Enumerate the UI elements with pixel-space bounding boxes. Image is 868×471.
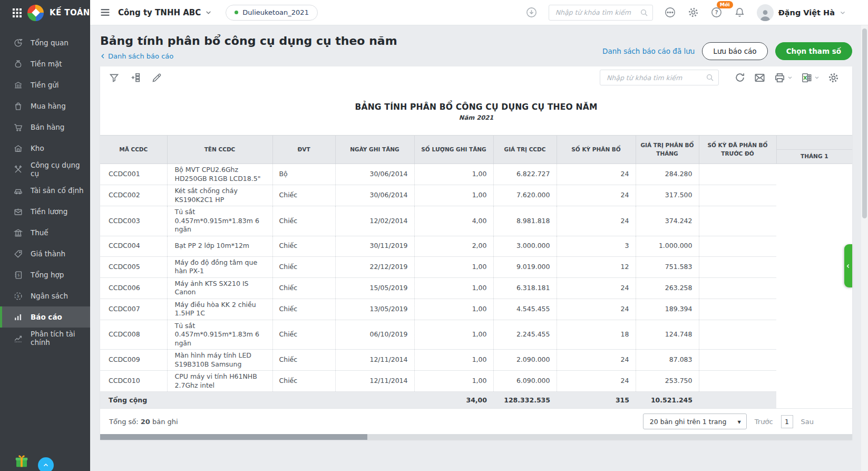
cell-unit: Chiếc [272, 236, 335, 256]
report-subtitle: Năm 2021 [100, 114, 852, 121]
sidebar-item-kho[interactable]: Kho [0, 138, 90, 159]
print-icon[interactable] [774, 72, 793, 84]
table-search-input[interactable] [607, 74, 706, 82]
chevron-down-icon[interactable] [787, 75, 793, 80]
sidebar-item-phan-tich-tai-chinh[interactable]: Phân tích tài chính [0, 328, 90, 349]
brand-name: KẾ TOÁN [50, 8, 90, 17]
sidebar-item-tong-hop[interactable]: $ Tổng hợp [0, 264, 90, 285]
report-table: MÃ CCDC TÊN CCDC ĐVT NGÀY GHI TĂNG SỐ LƯ… [100, 135, 852, 408]
chevron-down-icon[interactable] [814, 75, 820, 80]
fixed-asset-icon [13, 185, 23, 196]
sidebar-item-ban-hang[interactable]: Bán hàng [0, 117, 90, 138]
sidebar-item-cong-cu-dung-cu[interactable]: Công cụ dụng cụ [0, 159, 90, 180]
page-size-select[interactable]: 20 bản ghi trên 1 trang ▾ [643, 414, 747, 429]
sidebar-item-tien-mat[interactable]: Tiền mặt [0, 53, 90, 74]
sidebar-item-tai-san-co-dinh[interactable]: Tài sản cố định [0, 180, 90, 201]
table-row: CCDC005 Máy đo độ đồng tâm que hàn PX-1 … [100, 256, 852, 277]
sidebar-item-label: Ngân sách [31, 292, 68, 300]
table-row: CCDC010 CPU máy vi tính H61NHB 2.7Ghz in… [100, 371, 852, 392]
cell-name: Máy ảnh KTS SX210 IS Canon [167, 277, 272, 299]
table-row: CCDC003 Tủ sắt 0.457m*0.915m*1.83m 6 ngă… [100, 206, 852, 236]
table-footer: Tổng cộng 34,00 128.332.535 315 10.521.2… [100, 392, 852, 409]
bell-icon[interactable] [734, 6, 746, 18]
cell-monthly: 751.583 [636, 256, 699, 277]
save-report-button[interactable]: Lưu báo cáo [702, 42, 767, 60]
cell-code: CCDC003 [100, 206, 167, 236]
cell-month1 [699, 256, 776, 277]
horizontal-scrollbar[interactable] [100, 434, 852, 440]
email-icon[interactable] [754, 72, 766, 84]
table-body: CCDC001 Bộ MVT CPU2.6Ghz HD250GB R1GB LC… [100, 164, 852, 392]
edit-icon[interactable] [151, 72, 162, 83]
prev-page-button[interactable]: Trước [755, 418, 773, 426]
gift-icon[interactable] [14, 453, 30, 469]
warehouse-icon [13, 143, 23, 153]
sidebar-item-bao-cao[interactable]: Báo cáo [0, 306, 90, 328]
sidebar-item-gia-thanh[interactable]: Giá thành [0, 243, 90, 264]
collapse-sidebar-button[interactable] [38, 457, 54, 471]
svg-text:$: $ [16, 294, 19, 299]
cell-periods: 24 [557, 185, 636, 206]
app-logo-icon[interactable] [27, 5, 44, 21]
cell-monthly: 284.280 [636, 164, 699, 185]
table-header: MÃ CCDC TÊN CCDC ĐVT NGÀY GHI TĂNG SỐ LƯ… [100, 136, 852, 164]
search-icon[interactable] [706, 73, 714, 82]
cell-unit: Chiếc [272, 277, 335, 299]
cell-value: 6.090.000 [493, 371, 557, 392]
hamburger-icon[interactable] [96, 4, 114, 21]
chevron-down-icon [205, 9, 212, 16]
sidebar-item-thue[interactable]: Thuế [0, 222, 90, 243]
more-icon[interactable] [664, 6, 676, 18]
cost-icon [13, 248, 23, 259]
filter-icon[interactable] [109, 72, 120, 83]
gear-icon[interactable] [687, 6, 699, 18]
table-row: CCDC009 Màn hình máy tính LED S19B310B S… [100, 350, 852, 371]
cell-date: 30/11/2019 [335, 236, 414, 256]
sidebar-item-label: Giá thành [31, 249, 65, 258]
page-head: Bảng tính phân bổ công cụ dụng cụ theo n… [90, 25, 868, 60]
sidebar-item-tong-quan[interactable]: Tổng quan [0, 32, 90, 53]
user-menu[interactable]: Đặng Việt Hà [757, 4, 846, 21]
search-icon[interactable] [640, 8, 648, 17]
breadcrumb-back-link[interactable]: Danh sách báo cáo [100, 52, 397, 60]
refresh-icon[interactable] [734, 72, 746, 83]
company-selector[interactable]: Công ty TNHH ABC [118, 8, 212, 17]
vertical-scrollbar[interactable] [861, 25, 868, 471]
cell-value: 9.019.000 [493, 256, 557, 277]
settings-icon[interactable] [827, 72, 840, 84]
database-selector[interactable]: Dulieuketoan_2021 [226, 5, 318, 21]
table-row: CCDC008 Tủ sắt 0.457m*0.915m*1.83m 6 ngă… [100, 320, 852, 350]
cash-icon [13, 59, 23, 69]
sidebar-item-label: Tiền lương [31, 207, 67, 216]
horizontal-scrollbar-thumb[interactable] [100, 434, 367, 440]
cell-code: CCDC007 [100, 299, 167, 320]
add-template-icon[interactable] [130, 72, 141, 83]
cell-code: CCDC008 [100, 320, 167, 350]
choose-params-button[interactable]: Chọn tham số [775, 42, 852, 60]
caret-down-icon: ▾ [738, 418, 741, 426]
sidebar-item-tien-gui[interactable]: Tiền gửi [0, 74, 90, 95]
sidebar-item-mua-hang[interactable]: Mua hàng [0, 95, 90, 117]
global-search-input[interactable] [555, 8, 640, 16]
expand-panel-tab[interactable] [844, 244, 852, 287]
sidebar-item-ngan-sach[interactable]: $ Ngân sách [0, 285, 90, 306]
col-header-ngay-ghi-tang: NGÀY GHI TĂNG [335, 136, 414, 164]
cell-date: 30/06/2014 [335, 185, 414, 206]
cell-monthly: 253.750 [636, 371, 699, 392]
page-number-input[interactable] [781, 415, 793, 428]
cell-name: CPU máy vi tính H61NHB 2.7Ghz intel [167, 371, 272, 392]
help-icon[interactable]: ? Mới [710, 6, 723, 18]
cell-qty: 1,00 [414, 320, 493, 350]
next-page-button[interactable]: Sau [801, 418, 814, 426]
tax-icon [13, 227, 23, 238]
sidebar-item-tien-luong[interactable]: $ Tiền lương [0, 201, 90, 222]
excel-export-icon[interactable]: X [801, 72, 820, 84]
vertical-scrollbar-thumb[interactable] [862, 28, 867, 218]
cell-unit: Chiếc [272, 371, 335, 392]
apps-grid-icon[interactable] [13, 8, 22, 17]
download-icon[interactable] [525, 6, 538, 18]
sales-icon [13, 122, 23, 132]
page-title: Bảng tính phân bổ công cụ dụng cụ theo n… [100, 34, 397, 47]
cell-monthly: 1.000.000 [636, 236, 699, 256]
saved-reports-link[interactable]: Danh sách báo cáo đã lưu [602, 47, 695, 55]
